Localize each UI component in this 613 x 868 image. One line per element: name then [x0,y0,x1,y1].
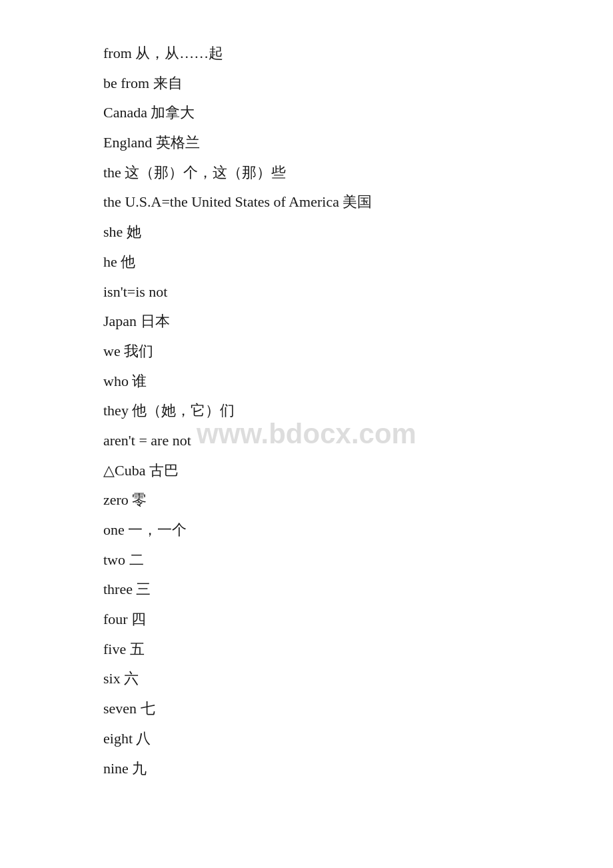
vocab-item-be-from: be from 来自 [103,70,613,97]
vocab-item-canada: Canada 加拿大 [103,99,613,127]
vocab-item-arent: aren't = are not [103,427,613,455]
vocab-item-from: from 从，从……起 [103,40,613,67]
vocab-item-japan: Japan 日本 [103,308,613,335]
vocab-item-they: they 他（她，它）们 [103,397,613,425]
vocab-item-cuba: △Cuba 古巴 [103,457,613,485]
vocab-item-four: four 四 [103,606,613,633]
vocab-item-usa: the U.S.A=the United States of America 美… [103,189,613,216]
vocab-item-she: she 她 [103,219,613,246]
vocab-item-one: one 一，一个 [103,517,613,544]
main-content: from 从，从……起be from 来自Canada 加拿大England 英… [0,0,613,825]
vocab-item-england: England 英格兰 [103,129,613,157]
vocab-item-eight: eight 八 [103,725,613,753]
vocab-item-two: two 二 [103,547,613,574]
vocab-item-zero: zero 零 [103,487,613,514]
vocab-item-nine: nine 九 [103,755,613,783]
vocab-item-five: five 五 [103,636,613,663]
vocab-item-we: we 我们 [103,338,613,365]
vocab-item-isnt: isn't=is not [103,279,613,306]
vocab-item-six: six 六 [103,665,613,693]
vocab-item-three: three 三 [103,576,613,603]
vocab-item-the: the 这（那）个，这（那）些 [103,159,613,187]
vocab-item-who: who 谁 [103,368,613,395]
vocab-item-he: he 他 [103,249,613,276]
vocab-item-seven: seven 七 [103,695,613,723]
